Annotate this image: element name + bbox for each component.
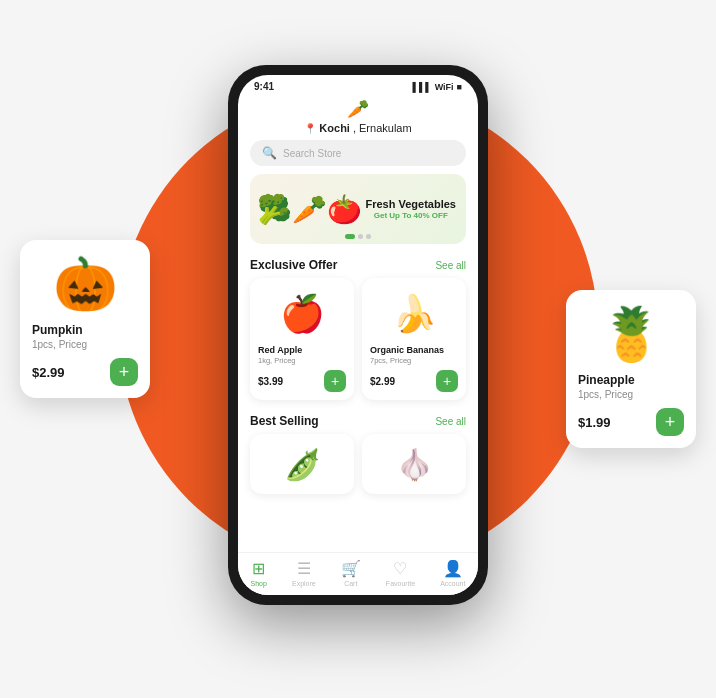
float-card-pineapple: 🍍 Pineapple 1pcs, Priceg $1.99 + bbox=[566, 290, 696, 448]
apple-name: Red Apple bbox=[258, 345, 346, 355]
bottom-nav: ⊞ Shop ☰ Explore 🛒 Cart ♡ Favourite 👤 bbox=[238, 552, 478, 595]
dot-2 bbox=[358, 234, 363, 239]
product-card-apple: 🍎 Red Apple 1kg, Priceg $3.99 + bbox=[250, 278, 354, 400]
pineapple-name: Pineapple bbox=[578, 373, 684, 387]
bananas-name: Organic Bananas bbox=[370, 345, 458, 355]
location-row[interactable]: 📍 Kochi , Ernakulam bbox=[304, 122, 411, 134]
scene: 🎃 Pumpkin 1pcs, Priceg $2.99 + 🍍 Pineapp… bbox=[0, 0, 716, 698]
banner[interactable]: 🥦🥕🍅 Fresh Vegetables Get Up To 40% OFF bbox=[250, 174, 466, 244]
nav-item-favourite[interactable]: ♡ Favourite bbox=[386, 559, 415, 587]
bananas-add-button[interactable]: + bbox=[436, 370, 458, 392]
status-time: 9:41 bbox=[254, 81, 274, 92]
account-icon: 👤 bbox=[443, 559, 463, 578]
dot-3 bbox=[366, 234, 371, 239]
pumpkin-meta: 1pcs, Priceg bbox=[32, 339, 138, 350]
banner-dots bbox=[345, 234, 371, 239]
shop-icon: ⊞ bbox=[252, 559, 265, 578]
banner-text: Fresh Vegetables Get Up To 40% OFF bbox=[366, 198, 457, 220]
nav-item-cart[interactable]: 🛒 Cart bbox=[341, 559, 361, 587]
nav-item-shop[interactable]: ⊞ Shop bbox=[251, 559, 267, 587]
cart-label: Cart bbox=[344, 580, 357, 587]
dot-1 bbox=[345, 234, 355, 239]
apple-image: 🍎 bbox=[258, 286, 346, 341]
explore-label: Explore bbox=[292, 580, 316, 587]
location-sub: , Ernakulam bbox=[353, 122, 412, 134]
banner-title: Fresh Vegetables bbox=[366, 198, 457, 211]
apple-price: $3.99 bbox=[258, 376, 283, 387]
account-label: Account bbox=[440, 580, 465, 587]
exclusive-offer-header: Exclusive Offer See all bbox=[238, 254, 478, 278]
pineapple-price: $1.99 bbox=[578, 415, 611, 430]
carrot-icon: 🥕 bbox=[347, 98, 369, 120]
banner-subtitle: Get Up To 40% OFF bbox=[366, 211, 457, 220]
search-placeholder: Search Store bbox=[283, 148, 341, 159]
pumpkin-price: $2.99 bbox=[32, 365, 65, 380]
search-box[interactable]: 🔍 Search Store bbox=[250, 140, 466, 166]
search-container: 🔍 Search Store bbox=[238, 140, 478, 174]
pineapple-image: 🍍 bbox=[578, 302, 684, 367]
bananas-meta: 7pcs, Priceg bbox=[370, 356, 458, 365]
nav-item-explore[interactable]: ☰ Explore bbox=[292, 559, 316, 587]
wifi-icon: WiFi bbox=[435, 82, 454, 92]
status-icons: ▌▌▌ WiFi ■ bbox=[413, 82, 463, 92]
apple-add-button[interactable]: + bbox=[324, 370, 346, 392]
search-icon: 🔍 bbox=[262, 146, 277, 160]
float-card-pumpkin: 🎃 Pumpkin 1pcs, Priceg $2.99 + bbox=[20, 240, 150, 398]
best-selling-header: Best Selling See all bbox=[238, 410, 478, 434]
pumpkin-name: Pumpkin bbox=[32, 323, 138, 337]
location-pin-icon: 📍 bbox=[304, 123, 316, 134]
explore-icon: ☰ bbox=[297, 559, 311, 578]
product-card-bananas: 🍌 Organic Bananas 7pcs, Priceg $2.99 + bbox=[362, 278, 466, 400]
pumpkin-image: 🎃 bbox=[32, 252, 138, 317]
exclusive-offer-row: 🍎 Red Apple 1kg, Priceg $3.99 + 🍌 Organi… bbox=[238, 278, 478, 410]
bananas-price: $2.99 bbox=[370, 376, 395, 387]
best-card-2: 🧄 bbox=[362, 434, 466, 494]
battery-icon: ■ bbox=[457, 82, 462, 92]
nav-item-account[interactable]: 👤 Account bbox=[440, 559, 465, 587]
best-selling-row: 🫛 🧄 bbox=[238, 434, 478, 494]
apple-meta: 1kg, Priceg bbox=[258, 356, 346, 365]
best-selling-title: Best Selling bbox=[250, 414, 319, 428]
cart-icon: 🛒 bbox=[341, 559, 361, 578]
exclusive-offer-title: Exclusive Offer bbox=[250, 258, 337, 272]
location-city: Kochi bbox=[319, 122, 350, 134]
pineapple-add-button[interactable]: + bbox=[656, 408, 684, 436]
best-selling-see-all[interactable]: See all bbox=[435, 416, 466, 427]
pumpkin-add-button[interactable]: + bbox=[110, 358, 138, 386]
app-header: 🥕 📍 Kochi , Ernakulam bbox=[238, 94, 478, 140]
exclusive-offer-see-all[interactable]: See all bbox=[435, 260, 466, 271]
status-bar: 9:41 ▌▌▌ WiFi ■ bbox=[238, 75, 478, 94]
phone-frame: 9:41 ▌▌▌ WiFi ■ 🥕 📍 Kochi , Ernakulam bbox=[228, 65, 488, 605]
signal-icon: ▌▌▌ bbox=[413, 82, 432, 92]
best-card-1: 🫛 bbox=[250, 434, 354, 494]
scroll-content: Exclusive Offer See all 🍎 Red Apple 1kg,… bbox=[238, 254, 478, 552]
pineapple-meta: 1pcs, Priceg bbox=[578, 389, 684, 400]
shop-label: Shop bbox=[251, 580, 267, 587]
favourite-label: Favourite bbox=[386, 580, 415, 587]
phone-screen: 9:41 ▌▌▌ WiFi ■ 🥕 📍 Kochi , Ernakulam bbox=[238, 75, 478, 595]
favourite-icon: ♡ bbox=[393, 559, 407, 578]
bananas-image: 🍌 bbox=[370, 286, 458, 341]
